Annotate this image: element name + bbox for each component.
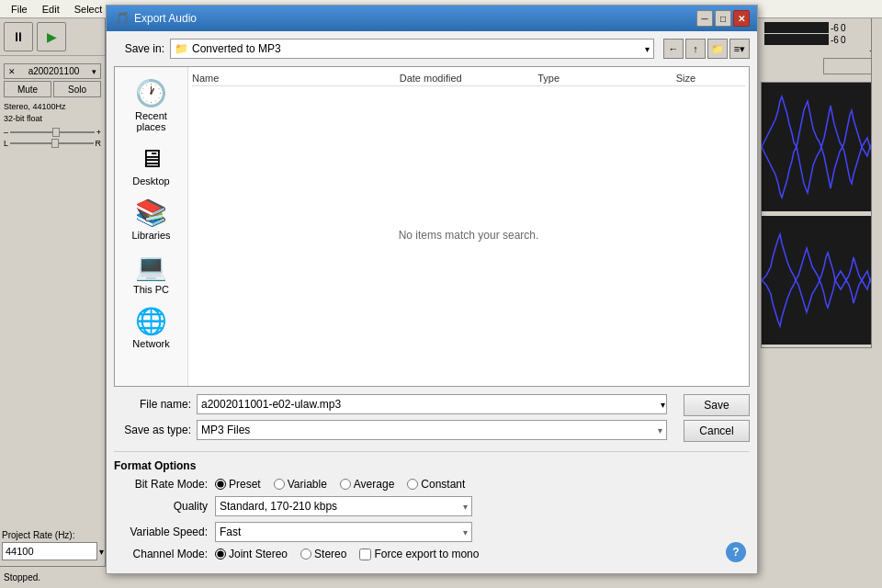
save-button[interactable]: Save [684, 394, 750, 416]
nav-network[interactable]: 🌐 Network [119, 302, 184, 353]
save-in-toolbar: ← ↑ 📁 ≡▾ [663, 39, 750, 59]
track-area: ✕ a200201100 ▾ Mute Solo Stereo, 44100Hz… [0, 60, 105, 152]
meter-right2-val: 0 [841, 35, 846, 45]
play-button[interactable]: ▶ [37, 22, 66, 51]
nav-desktop-label: Desktop [132, 175, 169, 187]
filename-label: File name: [114, 398, 197, 411]
filename-row-inner: File name: ▾ [114, 394, 667, 414]
save-in-row: Save in: 📁 Converted to MP3 ▾ ← ↑ 📁 ≡▾ [114, 39, 750, 59]
quality-combo[interactable]: Standard, 170-210 kbps ▾ [215, 496, 472, 516]
status-bar-left: Stopped. [0, 566, 106, 588]
title-buttons: ─ □ ✕ [696, 10, 750, 27]
nav-thispc-label: This PC [133, 284, 169, 295]
radio-variable-label: Variable [288, 478, 327, 491]
view-button[interactable]: ≡▾ [729, 39, 750, 59]
network-icon: 🌐 [135, 306, 167, 336]
menu-edit[interactable]: Edit [35, 2, 67, 17]
radio-preset-input[interactable] [215, 479, 226, 490]
dialog-titlebar: 🎵 Export Audio ─ □ ✕ [107, 6, 757, 31]
variable-speed-label: Variable Speed: [114, 526, 215, 538]
menu-select[interactable]: Select [67, 2, 110, 17]
saveastype-combo[interactable]: MP3 Files ▾ [197, 420, 667, 440]
saveastype-row: Save as type: MP3 Files ▾ [114, 420, 667, 440]
thispc-icon: 💻 [135, 252, 167, 282]
dialog-title-left: 🎵 Export Audio [114, 11, 197, 26]
waveform-area [761, 82, 882, 348]
up-button[interactable]: ↑ [685, 39, 706, 59]
radio-preset[interactable]: Preset [215, 478, 261, 491]
combo-dropdown-arrow: ▾ [645, 44, 650, 54]
minimize-button[interactable]: ─ [696, 10, 713, 27]
radio-constant-input[interactable] [407, 479, 418, 490]
no-items-message: No items match your search. [192, 88, 745, 382]
radio-constant-label: Constant [421, 478, 465, 491]
menu-file[interactable]: File [4, 2, 35, 17]
maximize-button[interactable]: □ [715, 10, 731, 27]
radio-average-input[interactable] [340, 479, 351, 490]
meter-right-val: 0 [841, 23, 846, 33]
quality-label: Quality [114, 500, 215, 513]
bitrate-row: Bit Rate Mode: Preset Variable Average [114, 478, 750, 491]
radio-stereo-input[interactable] [300, 548, 311, 560]
save-in-combo[interactable]: 📁 Converted to MP3 ▾ [170, 39, 654, 59]
nav-recent-label: Recent places [123, 110, 180, 132]
file-list-area: Name Date modified Type Size No items ma… [188, 67, 749, 386]
format-options-section: Format Options Bit Rate Mode: Preset Var… [114, 451, 750, 566]
nav-network-label: Network [132, 338, 169, 349]
new-folder-button[interactable]: 📁 [707, 39, 728, 59]
speed-combo[interactable]: Fast ▾ [215, 522, 472, 542]
dialog-title-text: Export Audio [134, 12, 197, 25]
radio-average[interactable]: Average [340, 478, 394, 491]
col-size-header[interactable]: Size [676, 73, 745, 84]
channel-mode-row: Channel Mode: Joint Stereo Stereo Force … [114, 548, 750, 560]
nav-libraries[interactable]: 📚 Libraries [119, 194, 184, 244]
quality-value: Standard, 170-210 kbps [220, 500, 337, 513]
folder-icon: 📁 [175, 42, 188, 55]
radio-stereo-label: Stereo [314, 548, 346, 560]
back-button[interactable]: ← [663, 39, 684, 59]
file-browser-area: 🕐 Recent places 🖥 Desktop 📚 Libraries 💻 … [114, 66, 750, 387]
left-panel: ⏸ ▶ ✕ a200201100 ▾ Mute Solo Stereo, 441… [0, 18, 106, 588]
project-rate-label: Project Rate (Hz): [2, 530, 104, 540]
radio-preset-label: Preset [229, 478, 261, 491]
desktop-icon: 🖥 [139, 143, 164, 174]
help-button[interactable]: ? [726, 542, 746, 562]
nav-desktop[interactable]: 🖥 Desktop [119, 140, 184, 190]
filename-input[interactable] [197, 394, 667, 414]
bitrate-radio-group: Preset Variable Average Constant [215, 478, 465, 491]
force-mono-checkbox-label[interactable]: Force export to mono [359, 548, 479, 560]
close-button[interactable]: ✕ [733, 10, 750, 27]
project-rate-area: Project Rate (Hz): 44100 ▾ [0, 526, 106, 564]
mute-button[interactable]: Mute [4, 81, 51, 97]
col-date-header[interactable]: Date modified [400, 73, 538, 84]
solo-button[interactable]: Solo [53, 81, 101, 97]
radio-constant[interactable]: Constant [407, 478, 465, 491]
force-mono-checkbox[interactable] [359, 548, 371, 560]
save-in-label: Save in: [114, 42, 164, 55]
nav-libraries-label: Libraries [131, 230, 170, 241]
col-name-header[interactable]: Name [192, 73, 400, 84]
cancel-button[interactable]: Cancel [684, 420, 750, 442]
meter-left2-val: -6 [831, 35, 839, 45]
radio-stereo[interactable]: Stereo [300, 548, 346, 560]
nav-thispc[interactable]: 💻 This PC [119, 248, 184, 299]
radio-joint-stereo-input[interactable] [215, 548, 226, 560]
channel-mode-label: Channel Mode: [114, 548, 215, 560]
recent-icon: 🕐 [135, 78, 167, 108]
filename-combo-arrow: ▾ [661, 400, 665, 410]
save-in-value: Converted to MP3 [192, 42, 641, 55]
dialog-title-icon: 🎵 [114, 11, 129, 26]
right-scrollbar[interactable] [871, 18, 882, 348]
libraries-icon: 📚 [135, 198, 167, 228]
radio-variable[interactable]: Variable [274, 478, 327, 491]
sidebar-nav: 🕐 Recent places 🖥 Desktop 📚 Libraries 💻 … [115, 67, 188, 386]
project-rate-value: 44100 [2, 542, 97, 560]
force-mono-label: Force export to mono [374, 548, 479, 560]
col-type-header[interactable]: Type [537, 73, 676, 84]
radio-joint-stereo[interactable]: Joint Stereo [215, 548, 288, 560]
track-header: ✕ a200201100 ▾ [4, 63, 101, 79]
radio-variable-input[interactable] [274, 479, 285, 490]
filename-row: File name: ▾ Save as type: MP3 Files ▾ S… [114, 394, 750, 446]
pause-button[interactable]: ⏸ [4, 22, 33, 51]
nav-recent[interactable]: 🕐 Recent places [119, 74, 184, 136]
